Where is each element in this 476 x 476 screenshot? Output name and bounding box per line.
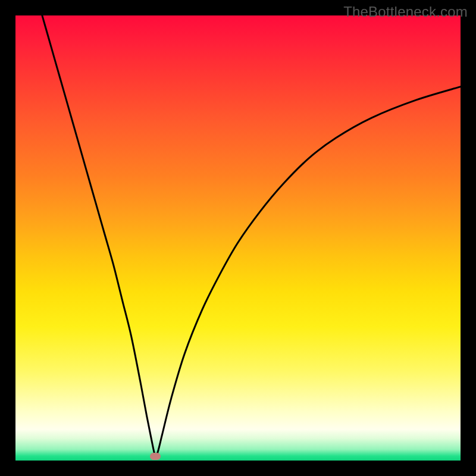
bottleneck-curve	[15, 15, 461, 461]
watermark-label: TheBottleneck.com	[343, 4, 468, 20]
chart-plot-area	[15, 15, 461, 461]
optimal-point-marker	[150, 453, 161, 460]
